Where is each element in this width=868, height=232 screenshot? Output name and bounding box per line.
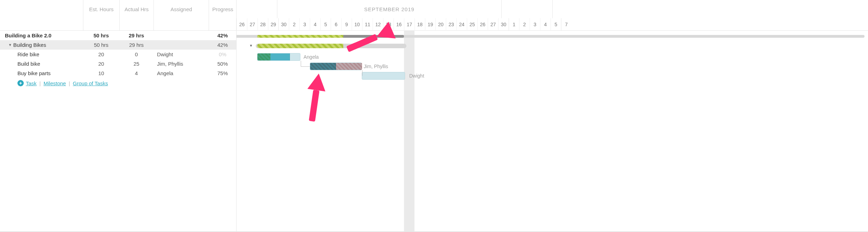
project-est: 50 hrs bbox=[83, 32, 119, 38]
timeline-days-row: 2326272829302345691011121316171819202324… bbox=[237, 18, 868, 31]
timeline-day-cell[interactable]: 29 bbox=[268, 18, 278, 31]
group-name: ▼ Building Bikes bbox=[0, 42, 83, 48]
table-pane: Est. Hours Actual Hrs Assigned Progress … bbox=[0, 0, 237, 232]
gantt-task-bar[interactable] bbox=[310, 63, 362, 70]
gantt-assignee-label: Dwight bbox=[409, 73, 424, 79]
col-actual[interactable]: Actual Hrs bbox=[119, 0, 154, 18]
caret-down-icon[interactable]: ▼ bbox=[8, 43, 12, 47]
task-est: 20 bbox=[83, 51, 119, 57]
timeline-day-cell[interactable]: 1 bbox=[509, 18, 519, 31]
gantt-area[interactable]: ▼AngelaJim, PhyllisDwight bbox=[237, 31, 868, 232]
timeline-month-cell bbox=[237, 0, 277, 18]
gantt-task-bar[interactable] bbox=[362, 72, 405, 80]
dependency-connector bbox=[301, 66, 310, 67]
annotation-arrow-icon bbox=[346, 28, 392, 52]
timeline-day-cell[interactable]: 3 bbox=[530, 18, 540, 31]
plus-icon[interactable]: + bbox=[17, 80, 24, 86]
timeline-day-cell[interactable]: 26 bbox=[477, 18, 488, 31]
timeline-day-cell[interactable]: 27 bbox=[247, 18, 257, 31]
add-row: + Task | Milestone | Group of Tasks bbox=[0, 78, 236, 88]
group-name-label: Building Bikes bbox=[13, 42, 46, 48]
timeline-day-cell[interactable]: 5 bbox=[551, 18, 561, 31]
task-actual: 4 bbox=[119, 70, 154, 76]
timeline-day-cell[interactable]: 9 bbox=[341, 18, 352, 31]
gantt-task-hatch bbox=[310, 63, 362, 70]
dependency-connector bbox=[362, 70, 362, 76]
table-header-row: Est. Hours Actual Hrs Assigned Progress bbox=[0, 0, 236, 18]
timeline-month-row: SEPTEMBER 2019 bbox=[237, 0, 868, 18]
timeline-day-cell[interactable]: 18 bbox=[414, 18, 425, 31]
timeline-day-cell[interactable]: 16 bbox=[394, 18, 404, 31]
project-summary-progress bbox=[257, 35, 344, 38]
timeline-day-cell[interactable]: 10 bbox=[352, 18, 362, 31]
timeline-day-cell[interactable]: 4 bbox=[540, 18, 551, 31]
timeline-day-cell[interactable]: 4 bbox=[310, 18, 320, 31]
timeline-month-cell bbox=[552, 0, 868, 18]
task-assigned: Jim, Phyllis bbox=[154, 61, 209, 67]
today-highlight bbox=[404, 31, 414, 232]
timeline-day-cell[interactable]: 27 bbox=[488, 18, 498, 31]
task-name: Build bike bbox=[0, 61, 83, 67]
annotation-arrow-icon bbox=[309, 74, 322, 122]
table-row-group[interactable]: ▼ Building Bikes 50 hrs 29 hrs 42% bbox=[0, 40, 236, 50]
task-progress: 50% bbox=[209, 61, 237, 67]
task-est: 10 bbox=[83, 70, 119, 76]
timeline-day-cell[interactable]: 3 bbox=[299, 18, 310, 31]
project-name: Building a Bike 2.0 bbox=[0, 32, 83, 38]
timeline-month-cell: SEPTEMBER 2019 bbox=[277, 0, 501, 18]
timeline-day-cell[interactable]: 24 bbox=[456, 18, 467, 31]
timeline-day-cell[interactable]: 26 bbox=[237, 18, 247, 31]
task-actual: 0 bbox=[119, 51, 154, 57]
timeline-day-cell[interactable]: 6 bbox=[331, 18, 341, 31]
task-name: Ride bike bbox=[0, 51, 83, 57]
timeline-day-cell[interactable]: 20 bbox=[435, 18, 446, 31]
task-actual: 25 bbox=[119, 61, 154, 67]
timeline-day-cell[interactable]: 5 bbox=[320, 18, 331, 31]
table-row-project[interactable]: Building a Bike 2.0 50 hrs 29 hrs 42% bbox=[0, 31, 236, 40]
col-est[interactable]: Est. Hours bbox=[83, 0, 119, 18]
task-progress: 75% bbox=[209, 70, 237, 76]
timeline-day-cell[interactable]: 30 bbox=[498, 18, 509, 31]
timeline-day-cell[interactable]: 17 bbox=[404, 18, 414, 31]
timeline-day-cell[interactable]: 28 bbox=[257, 18, 268, 31]
timeline-day-cell[interactable]: 23 bbox=[446, 18, 456, 31]
gantt-assignee-label: Angela bbox=[304, 54, 319, 60]
task-assigned: Dwight bbox=[154, 51, 209, 57]
add-task-link[interactable]: Task bbox=[26, 80, 37, 86]
timeline-day-cell[interactable]: 30 bbox=[278, 18, 289, 31]
project-actual: 29 hrs bbox=[119, 32, 154, 38]
dependency-connector bbox=[301, 61, 301, 66]
group-progress: 42% bbox=[209, 42, 237, 48]
add-group-link[interactable]: Group of Tasks bbox=[73, 80, 108, 86]
task-name: Buy bike parts bbox=[0, 70, 83, 76]
gantt-pane: SEPTEMBER 2019 2326272829302345691011121… bbox=[237, 0, 868, 232]
timeline-month-cell bbox=[501, 0, 552, 18]
timeline-day-cell[interactable]: 11 bbox=[362, 18, 373, 31]
project-progress: 42% bbox=[209, 32, 237, 38]
col-progress[interactable]: Progress bbox=[209, 0, 237, 18]
caret-down-icon[interactable]: ▼ bbox=[249, 44, 253, 48]
task-progress: 0% bbox=[209, 51, 237, 57]
timeline-day-cell[interactable]: 2 bbox=[289, 18, 299, 31]
timeline-day-cell[interactable]: 19 bbox=[425, 18, 435, 31]
gantt-task-bar[interactable] bbox=[257, 53, 301, 61]
timeline-day-cell[interactable]: 2 bbox=[519, 18, 530, 31]
col-name bbox=[0, 0, 83, 18]
table-row-task[interactable]: Build bike 20 25 Jim, Phyllis 50% bbox=[0, 59, 236, 68]
task-assigned: Angela bbox=[154, 70, 209, 76]
table-row-task[interactable]: Ride bike 20 0 Dwight 0% bbox=[0, 50, 236, 59]
task-est: 20 bbox=[83, 61, 119, 67]
group-est: 50 hrs bbox=[83, 42, 119, 48]
timeline-day-cell[interactable]: 7 bbox=[561, 18, 571, 31]
gantt-assignee-label: Jim, Phyllis bbox=[364, 64, 388, 69]
gantt-task-hatch bbox=[257, 53, 270, 60]
add-milestone-link[interactable]: Milestone bbox=[44, 80, 66, 86]
group-summary-progress bbox=[257, 44, 344, 48]
group-actual: 29 hrs bbox=[119, 42, 154, 48]
table-row-task[interactable]: Buy bike parts 10 4 Angela 75% bbox=[0, 68, 236, 78]
timeline-day-cell[interactable]: 25 bbox=[467, 18, 477, 31]
col-assigned[interactable]: Assigned bbox=[154, 0, 209, 18]
